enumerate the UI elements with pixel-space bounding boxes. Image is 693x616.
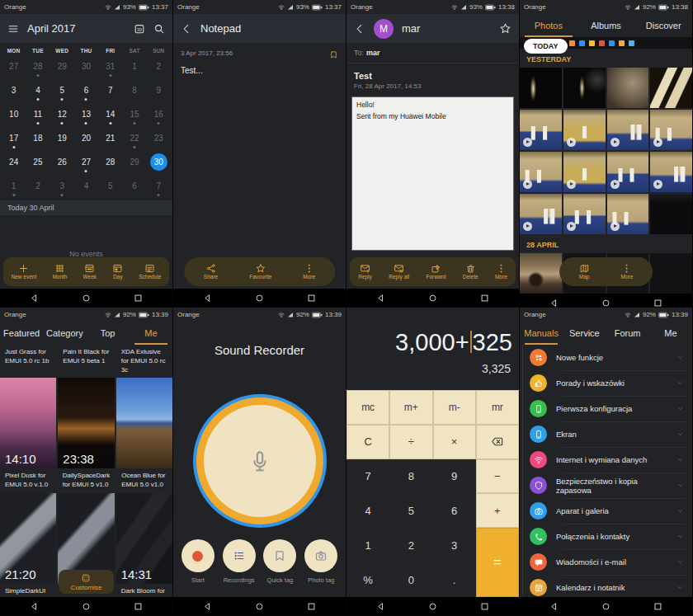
photo-thumbnail[interactable]: [607, 68, 649, 108]
video-thumbnail[interactable]: [520, 194, 562, 234]
day-cell-selected[interactable]: 30: [147, 150, 171, 174]
theme-thumbnail[interactable]: 21:20: [0, 493, 56, 584]
day-cell[interactable]: 18: [26, 126, 50, 150]
key-×[interactable]: ×: [433, 425, 476, 459]
day-cell[interactable]: 5: [98, 174, 122, 198]
manuals-item[interactable]: Nowe funkcje: [520, 345, 692, 370]
key-8[interactable]: 8: [389, 459, 432, 494]
nav-back-icon[interactable]: [376, 294, 385, 303]
theme-title[interactable]: SimpleDarkUI for EMUI 5.0 v.1.2a: [0, 587, 56, 597]
theme-thumbnail[interactable]: [116, 378, 172, 468]
key-m-[interactable]: m-: [433, 390, 476, 425]
toolbar-favourite[interactable]: Favourite: [249, 263, 271, 280]
search-icon[interactable]: [153, 23, 165, 35]
manuals-item[interactable]: Aparat i galeria: [520, 498, 692, 524]
nav-recents-icon[interactable]: [134, 602, 143, 611]
nav-back-icon[interactable]: [549, 602, 559, 611]
nav-back-icon[interactable]: [203, 602, 212, 611]
back-icon[interactable]: [354, 23, 365, 35]
day-cell[interactable]: 22: [122, 126, 146, 150]
theme-thumbnail[interactable]: 14:10: [0, 378, 56, 468]
nav-home-icon[interactable]: [428, 294, 437, 303]
theme-title[interactable]: Ocean Blue for EMUI 5.0 v1.0: [116, 472, 172, 490]
toolbar-more[interactable]: More: [621, 263, 634, 280]
tab-manuals[interactable]: Manuals: [520, 322, 563, 345]
theme-thumbnail[interactable]: 23:38: [58, 378, 114, 468]
key-C[interactable]: C: [346, 425, 389, 459]
theme-title[interactable]: Just Grass for EMUI 5.0 rc 1b: [0, 348, 56, 374]
day-cell[interactable]: 7: [98, 78, 122, 102]
key-backspace[interactable]: [476, 425, 519, 459]
day-cell[interactable]: 31: [98, 54, 122, 78]
day-cell[interactable]: 29: [50, 54, 74, 78]
key-mr[interactable]: mr: [476, 390, 519, 425]
day-cell[interactable]: 30: [74, 54, 98, 78]
day-cell[interactable]: 21: [98, 126, 122, 150]
day-cell[interactable]: 20: [74, 126, 98, 150]
day-cell[interactable]: 3: [50, 174, 74, 198]
photo-thumbnail[interactable]: [650, 253, 692, 294]
video-thumbnail[interactable]: [563, 110, 606, 150]
nav-recents-icon[interactable]: [307, 294, 316, 303]
day-cell[interactable]: 15: [122, 102, 146, 126]
day-cell[interactable]: 4: [26, 78, 50, 102]
video-thumbnail[interactable]: [607, 194, 649, 234]
menu-icon[interactable]: [7, 23, 19, 35]
key-%[interactable]: %: [346, 562, 389, 597]
back-icon[interactable]: [181, 23, 192, 35]
toolbar-more[interactable]: More: [303, 263, 315, 280]
day-cell[interactable]: 3: [2, 78, 26, 102]
start-button[interactable]: Start: [182, 539, 214, 584]
tab-albums[interactable]: Albums: [578, 14, 635, 37]
video-thumbnail[interactable]: [650, 152, 692, 192]
key-3[interactable]: 3: [433, 528, 476, 562]
theme-title[interactable]: DailySpaceDark for EMUI 5 v1.0: [58, 472, 115, 490]
recordings-button[interactable]: Recordings: [223, 539, 256, 584]
theme-title[interactable]: XDA Exlusive for EMUI 5.0 rc 3c: [116, 348, 172, 374]
day-cell[interactable]: 2: [147, 54, 171, 78]
quick-tag-button[interactable]: Quick tag: [263, 539, 296, 584]
day-cell[interactable]: 1: [2, 174, 26, 198]
video-thumbnail[interactable]: [650, 110, 692, 150]
key-=[interactable]: =: [476, 528, 519, 597]
toolbar-share[interactable]: Share: [204, 263, 218, 280]
email-body[interactable]: Hello!Sent from my Huawei Mobile: [351, 96, 514, 251]
tab-discover[interactable]: Discover: [634, 14, 692, 37]
toolbar-more[interactable]: More: [495, 263, 507, 280]
key-mc[interactable]: mc: [346, 390, 389, 425]
key-7[interactable]: 7: [346, 459, 389, 494]
manuals-item[interactable]: Bezpieczeństwo i kopia zapasowa: [520, 473, 692, 498]
tab-forum[interactable]: Forum: [606, 322, 649, 345]
toolbar-forward[interactable]: Forward: [427, 263, 446, 280]
photo-thumbnail[interactable]: [650, 68, 692, 108]
key-4[interactable]: 4: [346, 493, 389, 528]
photo-thumbnail[interactable]: [520, 253, 562, 294]
toolbar-reply[interactable]: Reply: [358, 263, 372, 280]
toolbar-schedule[interactable]: Schedule: [139, 263, 161, 280]
nav-recents-icon[interactable]: [653, 299, 662, 308]
key-6[interactable]: 6: [433, 493, 476, 528]
key-1[interactable]: 1: [346, 528, 389, 562]
nav-home-icon[interactable]: [255, 294, 264, 303]
day-cell[interactable]: 13: [74, 102, 98, 126]
key-m+[interactable]: m+: [389, 390, 432, 425]
day-cell[interactable]: 5: [50, 78, 74, 102]
day-cell[interactable]: 6: [74, 78, 98, 102]
manuals-item[interactable]: Porady i wskazówki: [520, 370, 692, 396]
tab-photos[interactable]: Photos: [520, 14, 578, 37]
nav-home-icon[interactable]: [601, 299, 610, 308]
nav-home-icon[interactable]: [82, 294, 91, 303]
nav-back-icon[interactable]: [30, 602, 39, 611]
manuals-item[interactable]: Pierwsza konfiguracja: [520, 396, 692, 421]
video-thumbnail[interactable]: [563, 152, 606, 192]
day-cell[interactable]: 4: [74, 174, 98, 198]
photo-tag-button[interactable]: Photo tag: [304, 539, 337, 584]
day-cell[interactable]: 11: [26, 102, 50, 126]
toolbar-reply-all[interactable]: Reply all: [389, 263, 409, 280]
key-2[interactable]: 2: [389, 528, 432, 562]
day-cell[interactable]: 28: [98, 150, 122, 174]
day-cell[interactable]: 6: [122, 174, 146, 198]
tab-service[interactable]: Service: [563, 322, 606, 345]
nav-recents-icon[interactable]: [653, 602, 662, 611]
day-cell[interactable]: 8: [122, 78, 146, 102]
